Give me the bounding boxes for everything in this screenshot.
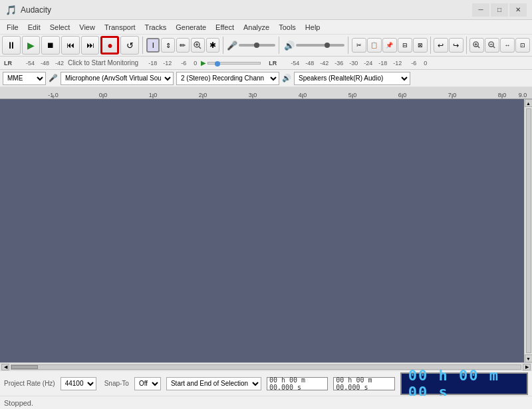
undo-button[interactable]: ↩ <box>434 38 448 53</box>
envelope-tool-button[interactable]: ⇕ <box>161 38 174 53</box>
ruler-mark-6: 6.0 <box>398 92 407 98</box>
project-rate-select[interactable]: 44100 <box>61 377 96 390</box>
pencil-icon: ✏ <box>180 41 186 50</box>
channels-select[interactable]: 2 (Stereo) Recording Chann <box>176 72 279 85</box>
menu-file[interactable]: File <box>3 22 23 33</box>
trim-icon: ⊟ <box>402 42 408 49</box>
vu-meter-row: LR -54 -48 -42 Click to Start Monitoring… <box>0 57 532 70</box>
speaker-icon: 🔊 <box>284 41 295 51</box>
zoom-in-button[interactable] <box>469 38 484 53</box>
track-canvas[interactable] <box>0 99 524 362</box>
menu-tools[interactable]: Tools <box>275 22 300 33</box>
selection-start-value: 00 h 00 m 00.000 s <box>269 376 325 391</box>
stop-button[interactable]: ⏹ <box>41 36 60 55</box>
audio-host-select[interactable]: MME <box>3 72 46 85</box>
microphone-select[interactable]: Microphone (AnvSoft Virtual Sou <box>61 72 174 85</box>
lr-right-label: LR <box>267 60 278 67</box>
snap-to-select[interactable]: Off <box>134 377 161 390</box>
speaker-device-icon: 🔊 <box>282 74 291 82</box>
hscroll-thumb[interactable] <box>11 365 38 369</box>
device-row: MME 🎤 Microphone (AnvSoft Virtual Sou 2 … <box>0 70 532 87</box>
app-title: Audacity <box>21 5 51 15</box>
title-bar: 🎵 Audacity ─ □ ✕ <box>0 0 532 20</box>
pause-icon: ⏸ <box>7 40 16 51</box>
hscroll-right-button[interactable]: ▶ <box>523 364 531 370</box>
menu-tracks[interactable]: Tracks <box>141 22 171 33</box>
svg-line-5 <box>478 46 480 48</box>
skip-back-button[interactable]: ⏮ <box>61 36 80 55</box>
ruler-mark-3: 3.0 <box>249 92 257 98</box>
title-controls: ─ □ ✕ <box>472 3 527 17</box>
click-to-monitor[interactable]: Click to Start Monitoring <box>68 59 138 67</box>
menu-analyze[interactable]: Analyze <box>239 22 273 33</box>
pause-button[interactable]: ⏸ <box>2 36 21 55</box>
project-rate-label: Project Rate (Hz) <box>4 380 55 387</box>
fit-project-button[interactable]: ⊡ <box>515 38 530 53</box>
menu-generate[interactable]: Generate <box>172 22 210 33</box>
loop-icon: ↺ <box>126 41 134 51</box>
loop-button[interactable]: ↺ <box>120 36 139 55</box>
skip-fwd-button[interactable]: ⏭ <box>81 36 100 55</box>
toolbar-sep-5 <box>430 37 431 54</box>
fit-tracks-button[interactable]: ↔ <box>500 38 515 53</box>
status-bar: Stopped. <box>0 396 532 409</box>
fit-tracks-icon: ↔ <box>504 42 510 49</box>
menu-help[interactable]: Help <box>301 22 325 33</box>
skip-back-icon: ⏮ <box>66 41 74 50</box>
output-volume-slider[interactable] <box>296 44 344 47</box>
silence-button[interactable]: ⊠ <box>413 38 428 53</box>
undo-icon: ↩ <box>438 41 444 50</box>
title-left: 🎵 Audacity <box>5 5 51 15</box>
selection-tool-button[interactable]: I <box>146 38 160 53</box>
big-time-value: 00 h 00 m 00 s <box>408 367 520 400</box>
redo-button[interactable]: ↪ <box>449 38 464 53</box>
selection-end-time[interactable]: 00 h 00 m 00.000 s <box>333 377 394 390</box>
trim-button[interactable]: ⊟ <box>398 38 412 53</box>
vu-left-scale: -54 -48 -42 <box>15 60 64 67</box>
selection-start-time[interactable]: 00 h 00 m 00.000 s <box>267 377 328 390</box>
input-volume-slider[interactable] <box>239 44 275 47</box>
copy-button[interactable]: 📋 <box>367 38 382 53</box>
track-area[interactable]: ▲ ▼ <box>0 99 532 362</box>
maximize-button[interactable]: □ <box>491 3 508 17</box>
zoom-icon <box>194 41 201 49</box>
menu-effect[interactable]: Effect <box>211 22 238 33</box>
vu-left-scale2: -18 -12 -6 0 <box>142 60 197 67</box>
envelope-icon: ⇕ <box>166 42 171 49</box>
pencil-tool-button[interactable]: ✏ <box>176 38 190 53</box>
svg-line-1 <box>199 47 201 49</box>
multi-tool-button[interactable]: ✱ <box>206 38 219 53</box>
ruler-mark--1: -1.0 <box>48 92 59 98</box>
zoom-out-button[interactable] <box>485 38 499 53</box>
copy-icon: 📋 <box>370 42 378 49</box>
record-button[interactable]: ● <box>100 36 119 55</box>
vscroll-down-button[interactable]: ▼ <box>525 354 533 362</box>
paste-button[interactable]: 📌 <box>382 38 397 53</box>
bottom-controls: Project Rate (Hz) 44100 Snap-To Off Star… <box>0 370 532 396</box>
skip-fwd-icon: ⏭ <box>86 41 94 50</box>
menu-select[interactable]: Select <box>46 22 74 33</box>
fit-project-icon: ⊡ <box>520 42 525 49</box>
toolbar-sep-6 <box>466 37 467 54</box>
ruler-mark-0: 0.0 <box>99 92 108 98</box>
play-button[interactable]: ▶ <box>22 36 41 55</box>
edit-tools: ✂ 📋 📌 ⊟ ⊠ ↩ ↪ <box>352 37 530 54</box>
ruler-mark-5: 5.0 <box>348 92 357 98</box>
selection-format-select[interactable]: Start and End of Selection <box>166 377 261 390</box>
toolbar-sep-2 <box>223 37 223 54</box>
close-button[interactable]: ✕ <box>509 3 527 17</box>
hscroll-left-button[interactable]: ◀ <box>1 364 9 370</box>
playback-time-display: 00 h 00 m 00 s <box>400 372 528 395</box>
vertical-scrollbar[interactable]: ▲ ▼ <box>524 99 532 362</box>
menu-view[interactable]: View <box>75 22 99 33</box>
vscroll-track[interactable] <box>526 108 531 353</box>
vscroll-up-button[interactable]: ▲ <box>525 99 533 107</box>
menu-transport[interactable]: Transport <box>100 22 140 33</box>
cut-icon: ✂ <box>356 42 362 49</box>
minimize-button[interactable]: ─ <box>472 3 489 17</box>
speakers-select[interactable]: Speakers (Realtek(R) Audio) <box>294 72 410 85</box>
transport-toolbar: ⏸ ▶ ⏹ ⏮ ⏭ ● ↺ I ⇕ <box>0 35 532 57</box>
cut-button[interactable]: ✂ <box>352 38 366 53</box>
zoom-tool-button[interactable] <box>191 38 204 53</box>
menu-edit[interactable]: Edit <box>24 22 45 33</box>
